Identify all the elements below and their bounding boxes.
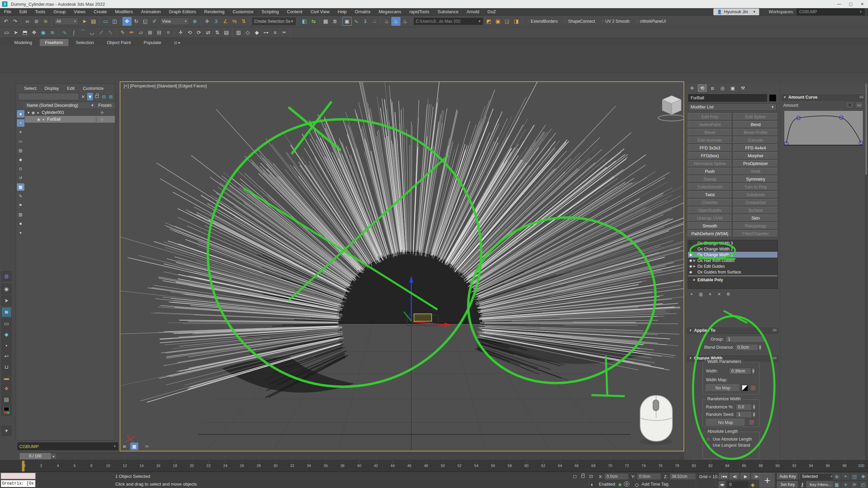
filter-funnel-icon[interactable]: ▼ [87,93,93,100]
modifier-button-turn-to-poly[interactable]: Turn to Poly [733,183,778,190]
explorer-search-input[interactable] [18,93,79,100]
select-and-move-icon[interactable]: ✥ [122,17,132,26]
menu-substance[interactable]: Substance [434,8,462,16]
menu-rapidtools[interactable]: rapidTools [405,8,433,16]
pin-stack-icon[interactable]: ⌖ [688,291,696,298]
revert-icon[interactable]: ↩ [1,351,12,361]
snaps-toggle-icon[interactable]: 3 [212,17,221,26]
toolbar2-icon-26[interactable]: ◆ [252,28,261,37]
menu-graph-editors[interactable]: Graph Editors [165,8,200,16]
time-tag-icon[interactable]: ◇ [635,482,639,488]
brush-strands-icon[interactable]: ≋ [1,307,12,317]
modify-tab[interactable]: ⟲ [698,84,707,92]
project-folder-dropdown[interactable]: C:\Users\JI...ds Max 202:▼ [414,18,483,25]
named-selection-set-field[interactable]: Create Selection Sel▼ [252,18,296,25]
select-by-name-icon[interactable]: ▤ [89,17,98,26]
close-button[interactable]: ✕ [856,0,868,8]
key-mode-toggle-icon[interactable]: ◀▶ [719,481,726,488]
toolbar2-icon-9[interactable]: ◡ [87,28,97,37]
modifier-button-shell[interactable]: Shell [733,168,778,175]
modifier-button-edit-poly[interactable]: Edit Poly [688,113,732,120]
blend-distance-spinner[interactable] [758,344,762,351]
explorer-filter-icon-5[interactable]: ◆ [17,156,24,163]
toolbar2-icon-15[interactable]: ⊞ [145,28,155,37]
eye-icon[interactable]: ◉ [688,253,693,257]
tab-freeform[interactable]: Freeform [40,39,68,46]
modifier-button-surface[interactable]: Surface [733,207,778,214]
reference-coordinate-dropdown[interactable]: View▼ [160,18,189,25]
clear-search-icon[interactable]: ✕ [80,93,86,100]
select-and-link-icon[interactable]: ∞ [23,17,32,26]
toolbar2-icon-28[interactable]: ≡ [271,28,280,37]
explorer-filter-icon-13[interactable]: ▾ [17,229,24,237]
explorer-filter-icon-7[interactable]: ↺ [17,174,24,182]
applies-to-rollout-header[interactable]: ▼Applies To⠿⠿ [687,327,778,334]
toolbar2-icon-24[interactable]: ▥ [234,28,243,37]
extendborders-button[interactable]: ⠿ExtendBorders [525,17,560,25]
zoom-region-icon[interactable]: ✥ [859,473,867,480]
explorer-filter-icon-11[interactable]: ▧ [17,211,24,218]
scene-node-cylinder001[interactable]: ▼◉●Cylinder001✥ [25,109,115,116]
modifier-off-icon[interactable]: ◆ [688,241,693,245]
window-crossing-icon[interactable]: ◫ [110,17,119,26]
menu-group[interactable]: Group [50,8,70,16]
gem-icon[interactable]: ◆ [1,329,12,340]
create-tab[interactable]: ✛ [688,84,696,92]
toolbar2-icon-8[interactable]: ⌒ [78,28,87,37]
toolbar2-icon-19[interactable]: ⟲ [185,28,194,37]
modifier-button-turbosmooth[interactable]: TurboSmooth [688,183,732,190]
ornatrix-logo-icon[interactable]: ◍ [1,271,12,281]
toolbar2-icon-2[interactable]: ⬒ [20,28,29,37]
selection-set-dropdown[interactable]: Selected▼ [800,473,835,480]
eye-icon[interactable]: ◉ [31,110,36,115]
toolbar2-icon-20[interactable]: ⟳ [194,28,203,37]
render-production-icon[interactable]: ♨ [400,17,410,26]
configure-modifier-sets-icon[interactable]: ⚙ [724,291,732,298]
explorer-menu-select[interactable]: Select [20,85,40,92]
randomize-spinner[interactable] [752,404,756,410]
uv-2-smooth-button[interactable]: ⠿UV 2 Smooth [599,17,632,25]
stack-item-ox-hair-from-guides[interactable]: ◉▶Ox Hair from Guides [688,258,777,263]
modifier-button-ffd-box[interactable]: FFD(box) [688,152,732,159]
modifier-button-morpher[interactable]: Morpher [733,152,778,159]
redo-icon[interactable]: ↷ [11,17,20,26]
toolbar2-icon-18[interactable]: ✛ [176,28,185,37]
bind-to-space-warp-icon[interactable]: ≋ [41,17,50,26]
set-keys-button[interactable]: + [760,473,775,488]
explorer-filter-icon-6[interactable]: ⊙ [17,165,24,172]
amount-curve-canvas[interactable] [784,110,863,146]
roller-icon[interactable]: ▬ [1,373,12,383]
delete-strands-icon[interactable]: ⊔ [1,362,12,372]
object-color-swatch[interactable] [769,94,776,102]
toggle-scene-explorer-icon[interactable]: ▣ [342,17,352,26]
modifier-button-creaseset[interactable]: CreaseSet [733,199,778,206]
show-end-result-icon[interactable]: ▥ [697,291,705,298]
use-absolute-length-checkbox[interactable] [706,437,710,442]
user-account-button[interactable]: 👤 Hyunsuk Jin ▼ [713,8,759,15]
toolbar2-icon-21[interactable]: ⇄ [203,28,213,37]
modifier-button-bend[interactable]: Bend [733,121,778,128]
toolbar2-icon-4[interactable]: ◉ [39,28,48,37]
toolbar2-icon-11[interactable]: ⟍ [106,28,115,37]
go-to-start-icon[interactable]: |◀◀ [719,473,729,480]
rendered-frame-icon[interactable]: ♨ [391,17,400,26]
render-region-icon[interactable]: ◨ [512,17,521,26]
layer-list-icon[interactable]: ≣ [330,17,339,26]
explorer-filter-icon-3[interactable]: ▭ [17,138,24,145]
panel-scrollbar-thumb[interactable] [865,83,867,175]
menu-modifiers[interactable]: Modifiers [111,8,137,16]
lock-icon[interactable] [94,93,100,100]
layers-icon[interactable]: ≋ [120,443,129,450]
modifier-button-push[interactable]: Push [688,168,732,175]
explorer-filter-icon-8[interactable]: ▦ [17,183,24,191]
stack-item-ox-edit-guides[interactable]: ◉▶Ox Edit Guides [688,263,777,269]
menu-arnold[interactable]: Arnold [462,8,484,16]
hierarchy-tab[interactable]: ⧈ [708,84,717,92]
toolbar2-icon-22[interactable]: ⇅ [213,28,222,37]
red-swatch[interactable] [4,412,6,414]
modifier-button-prooptimizer[interactable]: ProOptimizer [733,160,778,167]
spinner-snap-icon[interactable]: ⇅ [239,17,248,26]
width-spinner[interactable] [751,368,755,374]
make-unique-icon[interactable]: ≡ [706,291,714,298]
z-coordinate-field[interactable]: 38.52cm [669,473,696,480]
